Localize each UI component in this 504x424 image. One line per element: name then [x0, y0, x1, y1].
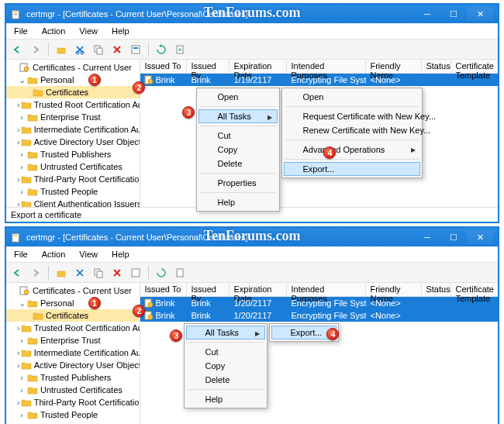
col-issued-to[interactable]: Issued To [140, 60, 187, 73]
col-template[interactable]: Certificate Template [451, 283, 498, 296]
ctx-sub-export[interactable]: Export... [284, 162, 420, 176]
back-button[interactable] [9, 42, 25, 57]
tree-item[interactable]: ›Third-Party Root Certification Authorit… [6, 396, 140, 408]
col-expiration[interactable]: Expiration Date [230, 283, 287, 296]
tree-pane[interactable]: Certificates - Current User⌄PersonalCert… [6, 60, 140, 207]
col-purpose[interactable]: Intended Purposes [287, 283, 366, 296]
minimize-button[interactable]: ─ [414, 230, 440, 244]
tree-item[interactable]: ›Active Directory User Object [6, 359, 140, 371]
minimize-button[interactable]: ─ [414, 7, 440, 21]
menu-help[interactable]: Help [109, 248, 133, 260]
tree-item[interactable]: ›Trusted People [6, 408, 140, 421]
cert-row[interactable]: Brink Brink 1/20/2117 Encrypting File Sy… [140, 309, 498, 322]
col-friendly[interactable]: Friendly Name [366, 60, 422, 73]
col-status[interactable]: Status [422, 60, 451, 73]
forward-button[interactable] [28, 265, 43, 281]
ctx-all-tasks[interactable]: All Tasks [186, 326, 265, 340]
ctx-cut[interactable]: Cut [186, 345, 265, 359]
tree-root[interactable]: Certificates - Current User [6, 61, 140, 74]
tree-item[interactable]: ›Third-Party Root Certification Authorit… [6, 173, 140, 185]
cell-purpose: Encrypting File System [287, 74, 366, 85]
col-issued-by[interactable]: Issued By [187, 283, 230, 296]
delete-button[interactable] [109, 42, 125, 57]
ctx-sub-open[interactable]: Open [284, 90, 420, 104]
tree-item[interactable]: ›Trusted Publishers [6, 148, 140, 160]
tree-item[interactable]: ›Untrusted Certificates [6, 160, 140, 173]
ctx-properties[interactable]: Properties [198, 176, 278, 190]
col-template[interactable]: Certificate Template [451, 60, 498, 73]
maximize-button[interactable]: ☐ [440, 230, 467, 244]
properties-button[interactable] [128, 265, 143, 281]
col-purpose[interactable]: Intended Purposes [287, 60, 366, 73]
tree-item[interactable]: ›Trusted Publishers [6, 371, 140, 384]
ctx-copy[interactable]: Copy [186, 359, 265, 373]
maximize-button[interactable]: ☐ [440, 7, 467, 21]
cert-row[interactable]: Brink Brink 1/20/2117 Encrypting File Sy… [140, 297, 498, 309]
ctx-delete[interactable]: Delete [186, 373, 265, 387]
menu-file[interactable]: File [11, 248, 31, 260]
col-expiration[interactable]: Expiration Date [230, 60, 287, 73]
tree-item[interactable]: ›Trusted People [6, 185, 140, 198]
ctx-help[interactable]: Help [186, 392, 265, 406]
menu-action[interactable]: Action [39, 25, 69, 37]
menu-view[interactable]: View [76, 25, 101, 37]
ctx-all-tasks[interactable]: All Tasks [198, 109, 278, 123]
ctx-sub-advanced[interactable]: Advanced Operations [284, 143, 420, 157]
menu-view[interactable]: View [76, 248, 101, 260]
tree-item[interactable]: ›Enterprise Trust [6, 334, 140, 346]
ctx-separator [285, 159, 419, 160]
tree-item[interactable]: ›Client Authentication Issuers [6, 421, 140, 424]
ctx-cut[interactable]: Cut [198, 129, 278, 143]
back-button[interactable] [9, 265, 25, 281]
ctx-copy[interactable]: Copy [198, 143, 278, 157]
cert-row[interactable]: Brink Brink 1/19/2117 Encrypting File Sy… [140, 74, 498, 86]
tree-root[interactable]: Certificates - Current User [6, 284, 140, 297]
tree-item[interactable]: ›Intermediate Certification Authorities [6, 346, 140, 359]
ctx-sub-request[interactable]: Request Certificate with New Key... [284, 109, 420, 123]
close-button[interactable]: ✕ [467, 230, 493, 244]
export-list-button[interactable] [172, 42, 188, 57]
annotation-badge-1: 1 [88, 74, 101, 86]
tree-pane[interactable]: Certificates - Current User⌄PersonalCert… [6, 283, 140, 424]
tree-item[interactable]: ›Active Directory User Object [6, 136, 140, 148]
cut-button[interactable] [72, 42, 88, 57]
up-button[interactable] [54, 42, 69, 57]
ctx-separator [188, 389, 264, 390]
delete-button[interactable] [109, 265, 125, 281]
tree-item-certificates[interactable]: Certificates [6, 309, 140, 322]
col-status[interactable]: Status [422, 283, 451, 296]
col-friendly[interactable]: Friendly Name [366, 283, 422, 296]
tree-item[interactable]: ›Enterprise Trust [6, 111, 140, 123]
tree-item[interactable]: ›Intermediate Certification Authorities [6, 123, 140, 136]
menu-action[interactable]: Action [39, 248, 69, 260]
export-list-button[interactable] [172, 265, 188, 281]
menu-file[interactable]: File [11, 25, 31, 37]
menu-help[interactable]: Help [109, 25, 133, 37]
ctx-open[interactable]: Open [198, 90, 278, 104]
copy-button[interactable] [91, 42, 106, 57]
col-issued-to[interactable]: Issued To [140, 283, 187, 296]
refresh-button[interactable] [154, 265, 169, 281]
cut-button[interactable] [72, 265, 88, 281]
ctx-help[interactable]: Help [198, 195, 278, 209]
refresh-button[interactable] [154, 42, 169, 57]
forward-button[interactable] [28, 42, 43, 57]
tree-item[interactable]: ›Client Authentication Issuers [6, 198, 140, 207]
annotation-badge-3: 3 [182, 106, 195, 119]
list-pane[interactable]: Issued To Issued By Expiration Date Inte… [140, 283, 498, 424]
tree-item[interactable]: ›Trusted Root Certification Authorities [6, 322, 140, 334]
properties-button[interactable] [128, 42, 143, 57]
up-button[interactable] [54, 265, 69, 281]
col-issued-by[interactable]: Issued By [187, 60, 230, 73]
tree-item-personal[interactable]: ⌄Personal [6, 297, 140, 309]
ctx-delete[interactable]: Delete [198, 157, 278, 171]
ctx-sub-renew[interactable]: Renew Certificate with New Key... [284, 123, 420, 137]
tree-item[interactable]: ›Trusted Root Certification Authorities [6, 98, 140, 111]
list-pane[interactable]: Issued To Issued By Expiration Date Inte… [140, 60, 498, 207]
copy-button[interactable] [91, 265, 106, 281]
tree-item-certificates[interactable]: Certificates [6, 86, 140, 98]
tree-label: Intermediate Certification Authorities [34, 348, 141, 357]
tree-item[interactable]: ›Untrusted Certificates [6, 384, 140, 396]
close-button[interactable]: ✕ [467, 7, 493, 21]
tree-item-personal[interactable]: ⌄Personal [6, 74, 140, 86]
